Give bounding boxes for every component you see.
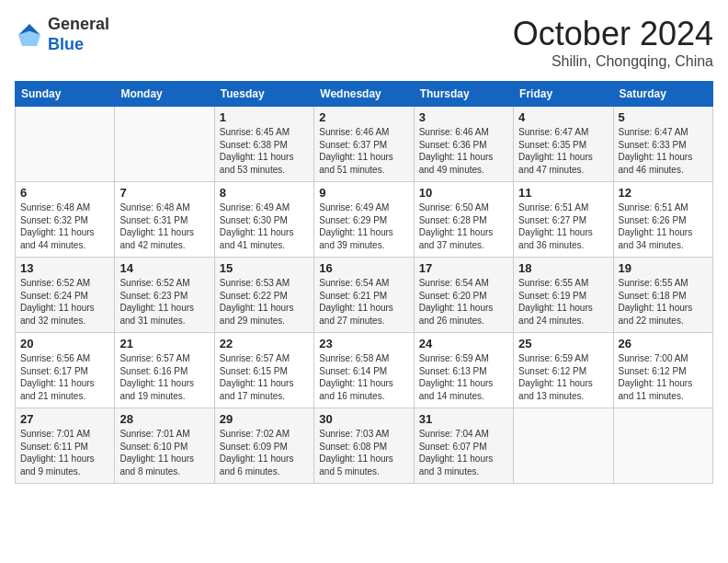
cell-info: Sunrise: 6:53 AM Sunset: 6:22 PM Dayligh… <box>220 277 309 327</box>
calendar-cell <box>613 408 712 484</box>
cell-info: Sunrise: 6:46 AM Sunset: 6:36 PM Dayligh… <box>419 126 508 176</box>
cell-info: Sunrise: 6:57 AM Sunset: 6:16 PM Dayligh… <box>119 352 209 402</box>
day-number: 4 <box>518 110 608 124</box>
cell-info: Sunrise: 6:57 AM Sunset: 6:15 PM Dayligh… <box>220 352 309 402</box>
title-area: October 2024 Shilin, Chongqing, China <box>513 15 713 70</box>
calendar-cell: 22Sunrise: 6:57 AM Sunset: 6:15 PM Dayli… <box>214 333 313 408</box>
cell-info: Sunrise: 6:46 AM Sunset: 6:37 PM Dayligh… <box>319 126 408 176</box>
cell-info: Sunrise: 6:52 AM Sunset: 6:23 PM Dayligh… <box>119 277 209 327</box>
calendar-cell: 3Sunrise: 6:46 AM Sunset: 6:36 PM Daylig… <box>414 107 513 182</box>
calendar-table: SundayMondayTuesdayWednesdayThursdayFrid… <box>15 81 713 484</box>
day-number: 8 <box>220 186 309 200</box>
day-number: 20 <box>20 337 109 350</box>
calendar-cell: 16Sunrise: 6:54 AM Sunset: 6:21 PM Dayli… <box>314 258 414 333</box>
day-number: 28 <box>119 412 209 426</box>
cell-info: Sunrise: 6:59 AM Sunset: 6:13 PM Dayligh… <box>419 352 508 402</box>
calendar-cell: 26Sunrise: 7:00 AM Sunset: 6:12 PM Dayli… <box>613 333 712 408</box>
weekday-header-thursday: Thursday <box>414 82 513 107</box>
calendar-cell: 11Sunrise: 6:51 AM Sunset: 6:27 PM Dayli… <box>514 182 613 258</box>
calendar-cell: 6Sunrise: 6:48 AM Sunset: 6:32 PM Daylig… <box>16 182 115 258</box>
cell-info: Sunrise: 6:52 AM Sunset: 6:24 PM Dayligh… <box>20 277 109 327</box>
calendar-cell: 18Sunrise: 6:55 AM Sunset: 6:19 PM Dayli… <box>514 258 613 333</box>
day-number: 31 <box>419 412 508 426</box>
calendar-cell <box>16 107 115 182</box>
calendar-cell: 1Sunrise: 6:45 AM Sunset: 6:38 PM Daylig… <box>214 107 313 182</box>
cell-info: Sunrise: 7:00 AM Sunset: 6:12 PM Dayligh… <box>619 352 708 402</box>
day-number: 22 <box>220 337 309 350</box>
day-number: 23 <box>319 337 408 350</box>
cell-info: Sunrise: 6:47 AM Sunset: 6:33 PM Dayligh… <box>619 126 708 176</box>
day-number: 14 <box>119 261 209 275</box>
cell-info: Sunrise: 6:54 AM Sunset: 6:21 PM Dayligh… <box>319 277 408 327</box>
cell-info: Sunrise: 6:55 AM Sunset: 6:18 PM Dayligh… <box>619 277 708 327</box>
cell-info: Sunrise: 6:49 AM Sunset: 6:29 PM Dayligh… <box>319 201 408 251</box>
day-number: 7 <box>119 186 209 200</box>
day-number: 17 <box>419 261 508 275</box>
calendar-cell: 28Sunrise: 7:01 AM Sunset: 6:10 PM Dayli… <box>115 408 214 484</box>
day-number: 6 <box>20 186 109 200</box>
day-number: 12 <box>619 186 708 200</box>
location-title: Shilin, Chongqing, China <box>513 53 713 70</box>
cell-info: Sunrise: 6:47 AM Sunset: 6:35 PM Dayligh… <box>518 126 608 176</box>
day-number: 19 <box>619 261 708 275</box>
weekday-header-monday: Monday <box>115 82 214 107</box>
weekday-header-sunday: Sunday <box>16 82 115 107</box>
weekday-header-saturday: Saturday <box>613 82 712 107</box>
logo-general-text: General <box>48 15 109 35</box>
day-number: 3 <box>419 110 508 124</box>
calendar-cell: 30Sunrise: 7:03 AM Sunset: 6:08 PM Dayli… <box>314 408 414 484</box>
day-number: 15 <box>220 261 309 275</box>
calendar-cell: 5Sunrise: 6:47 AM Sunset: 6:33 PM Daylig… <box>613 107 712 182</box>
calendar-cell: 19Sunrise: 6:55 AM Sunset: 6:18 PM Dayli… <box>613 258 712 333</box>
calendar-cell: 15Sunrise: 6:53 AM Sunset: 6:22 PM Dayli… <box>214 258 313 333</box>
cell-info: Sunrise: 6:58 AM Sunset: 6:14 PM Dayligh… <box>319 352 408 402</box>
calendar-cell <box>115 107 214 182</box>
calendar-cell: 29Sunrise: 7:02 AM Sunset: 6:09 PM Dayli… <box>214 408 313 484</box>
cell-info: Sunrise: 7:04 AM Sunset: 6:07 PM Dayligh… <box>419 428 508 477</box>
day-number: 2 <box>319 110 408 124</box>
day-number: 5 <box>619 110 708 124</box>
month-title: October 2024 <box>513 15 713 53</box>
day-number: 1 <box>220 110 309 124</box>
calendar-cell: 10Sunrise: 6:50 AM Sunset: 6:28 PM Dayli… <box>414 182 513 258</box>
calendar-cell: 21Sunrise: 6:57 AM Sunset: 6:16 PM Dayli… <box>115 333 214 408</box>
calendar-cell: 27Sunrise: 7:01 AM Sunset: 6:11 PM Dayli… <box>16 408 115 484</box>
calendar-cell: 12Sunrise: 6:51 AM Sunset: 6:26 PM Dayli… <box>613 182 712 258</box>
cell-info: Sunrise: 6:48 AM Sunset: 6:32 PM Dayligh… <box>20 201 109 251</box>
day-number: 10 <box>419 186 508 200</box>
weekday-header-tuesday: Tuesday <box>214 82 313 107</box>
cell-info: Sunrise: 6:50 AM Sunset: 6:28 PM Dayligh… <box>419 201 508 251</box>
day-number: 24 <box>419 337 508 350</box>
weekday-header-wednesday: Wednesday <box>314 82 414 107</box>
calendar-cell: 23Sunrise: 6:58 AM Sunset: 6:14 PM Dayli… <box>314 333 414 408</box>
day-number: 9 <box>319 186 408 200</box>
day-number: 26 <box>619 337 708 350</box>
day-number: 21 <box>119 337 209 350</box>
calendar-cell: 31Sunrise: 7:04 AM Sunset: 6:07 PM Dayli… <box>414 408 513 484</box>
calendar-cell: 20Sunrise: 6:56 AM Sunset: 6:17 PM Dayli… <box>16 333 115 408</box>
calendar-cell: 14Sunrise: 6:52 AM Sunset: 6:23 PM Dayli… <box>115 258 214 333</box>
day-number: 29 <box>220 412 309 426</box>
cell-info: Sunrise: 7:03 AM Sunset: 6:08 PM Dayligh… <box>319 428 408 477</box>
day-number: 13 <box>20 261 109 275</box>
cell-info: Sunrise: 7:01 AM Sunset: 6:11 PM Dayligh… <box>20 428 109 477</box>
day-number: 30 <box>319 412 408 426</box>
calendar-cell <box>514 408 613 484</box>
calendar-cell: 9Sunrise: 6:49 AM Sunset: 6:29 PM Daylig… <box>314 182 414 258</box>
cell-info: Sunrise: 6:49 AM Sunset: 6:30 PM Dayligh… <box>220 201 309 251</box>
cell-info: Sunrise: 7:02 AM Sunset: 6:09 PM Dayligh… <box>220 428 309 477</box>
cell-info: Sunrise: 6:56 AM Sunset: 6:17 PM Dayligh… <box>20 352 109 402</box>
cell-info: Sunrise: 6:51 AM Sunset: 6:27 PM Dayligh… <box>518 201 608 251</box>
logo-blue-text: Blue <box>48 35 109 55</box>
calendar-cell: 17Sunrise: 6:54 AM Sunset: 6:20 PM Dayli… <box>414 258 513 333</box>
logo: General Blue <box>15 15 109 54</box>
day-number: 11 <box>518 186 608 200</box>
cell-info: Sunrise: 6:51 AM Sunset: 6:26 PM Dayligh… <box>619 201 708 251</box>
day-number: 18 <box>518 261 608 275</box>
calendar-cell: 13Sunrise: 6:52 AM Sunset: 6:24 PM Dayli… <box>16 258 115 333</box>
cell-info: Sunrise: 7:01 AM Sunset: 6:10 PM Dayligh… <box>119 428 209 477</box>
calendar-cell: 25Sunrise: 6:59 AM Sunset: 6:12 PM Dayli… <box>514 333 613 408</box>
day-number: 27 <box>20 412 109 426</box>
calendar-cell: 2Sunrise: 6:46 AM Sunset: 6:37 PM Daylig… <box>314 107 414 182</box>
day-number: 25 <box>518 337 608 350</box>
